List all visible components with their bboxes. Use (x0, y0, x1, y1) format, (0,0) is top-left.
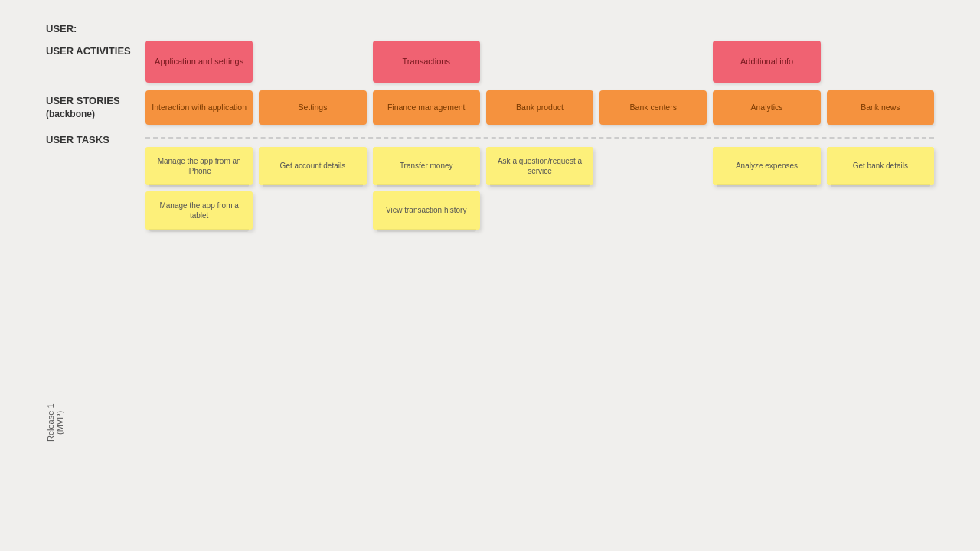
r1-task-0-3: Ask a question/request a service (486, 147, 593, 185)
r1-task-0-0: Manage the app from an iPhone (145, 147, 253, 185)
user-label: USER: (46, 23, 77, 34)
story-orange-2: Finance management (373, 90, 480, 125)
story-card-4: Bank centers (599, 90, 707, 125)
user-label-row: USER: (46, 23, 934, 34)
r1-task-1-3 (486, 191, 593, 230)
r1-task-1-2: View transaction history (373, 191, 480, 230)
r1-task-0-6: Get bank details (827, 147, 934, 185)
r1-task-1-0: Manage the app from a tablet (145, 191, 253, 230)
release-1-label-col: Release 1(MVP) (46, 147, 145, 551)
story-orange-5: Analytics (713, 90, 820, 125)
r1-task-0-1: Get account details (259, 147, 366, 185)
stories-cards: Interaction with application Settings Fi… (145, 90, 934, 125)
release-1-group: Release 1(MVP) Manage the app from an iP… (46, 147, 934, 551)
r1-task-1-1 (259, 191, 366, 230)
story-card-2: Finance management (373, 90, 480, 125)
story-card-0: Interaction with application (145, 90, 253, 125)
r1-task-1-5 (713, 191, 820, 230)
tasks-header-row: USER TASKS (46, 129, 934, 147)
r1-task-1-6 (827, 191, 934, 230)
activity-pink-2: Transactions (373, 41, 480, 83)
story-orange-4: Bank centers (599, 90, 707, 125)
activities-row: USER ACTIVITIES Application and settings… (46, 41, 934, 83)
activities-cards: Application and settings Transactions Ad… (145, 41, 934, 83)
stories-label: USER STORIES (backbone) (46, 90, 145, 121)
release-1-row-0: Manage the app from an iPhone Get accoun… (145, 147, 934, 185)
story-orange-1: Settings (259, 90, 366, 125)
story-orange-6: Bank news (827, 90, 934, 125)
story-card-3: Bank product (486, 90, 593, 125)
story-card-6: Bank news (827, 90, 934, 125)
tasks-label: USER TASKS (46, 129, 145, 147)
r1-task-0-2: Transfer money (373, 147, 480, 185)
activities-label: USER ACTIVITIES (46, 41, 145, 58)
stories-row: USER STORIES (backbone) Interaction with… (46, 90, 934, 125)
r1-task-0-5: Analyze expenses (713, 147, 820, 185)
story-card-1: Settings (259, 90, 366, 125)
release-1-tasks: Manage the app from an iPhone Get accoun… (145, 147, 934, 230)
release-1-label: Release 1(MVP) (46, 147, 64, 551)
release-1-row-1: Manage the app from a tablet View transa… (145, 191, 934, 230)
r1-task-1-4 (599, 191, 707, 230)
story-orange-3: Bank product (486, 90, 593, 125)
activity-card-0: Application and settings (145, 41, 253, 83)
activity-card-5: Additional info (713, 41, 820, 83)
story-orange-0: Interaction with application (145, 90, 253, 125)
activity-card-2: Transactions (373, 41, 480, 83)
activity-pink-0: Application and settings (145, 41, 253, 83)
r1-task-0-4 (599, 147, 707, 185)
activity-pink-5: Additional info (713, 41, 820, 83)
story-card-5: Analytics (713, 90, 820, 125)
